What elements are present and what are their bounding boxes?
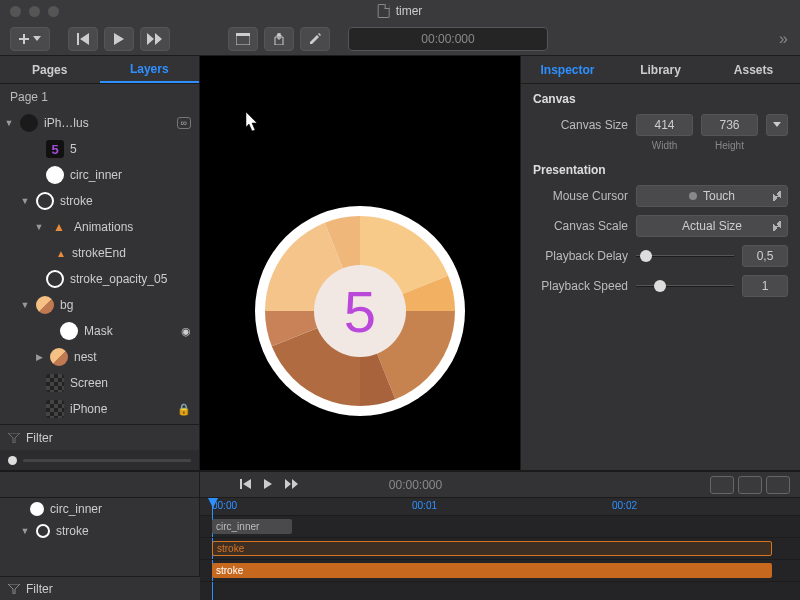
play-button[interactable] xyxy=(104,27,134,51)
page-header[interactable]: Page 1 xyxy=(0,84,199,110)
mask-icon: ◉ xyxy=(181,325,191,338)
timecode-display[interactable]: 00:00:000 xyxy=(348,27,548,51)
layer-row[interactable]: 55 xyxy=(0,136,199,162)
tab-pages[interactable]: Pages xyxy=(0,56,100,83)
playback-delay-field[interactable]: 0,5 xyxy=(742,245,788,267)
layer-row[interactable]: Screen xyxy=(0,370,199,396)
svg-rect-1 xyxy=(236,33,250,36)
skip-back-button[interactable] xyxy=(68,27,98,51)
layer-row[interactable]: iPhone🔒 xyxy=(0,396,199,422)
playback-speed-slider[interactable] xyxy=(636,275,734,297)
canvas-size-expand[interactable] xyxy=(766,114,788,136)
timeline-ruler[interactable]: 00:00 00:01 00:02 xyxy=(200,498,800,516)
tl-skip-back-button[interactable] xyxy=(240,478,252,492)
width-field[interactable]: 414 xyxy=(636,114,693,136)
tab-layers[interactable]: Layers xyxy=(100,56,200,83)
overflow-button[interactable]: » xyxy=(779,30,790,48)
zoom-slider[interactable] xyxy=(0,450,199,470)
playback-speed-field[interactable]: 1 xyxy=(742,275,788,297)
height-field[interactable]: 736 xyxy=(701,114,758,136)
window-controls[interactable] xyxy=(10,6,59,17)
view-mode-2[interactable] xyxy=(738,476,762,494)
edit-button[interactable] xyxy=(300,27,330,51)
view-mode-3[interactable] xyxy=(766,476,790,494)
mouse-cursor-select[interactable]: Touch xyxy=(636,185,788,207)
canvas-size-label: Canvas Size xyxy=(533,118,628,132)
layer-filter[interactable]: Filter xyxy=(0,424,199,450)
preview-window-button[interactable] xyxy=(228,27,258,51)
add-button[interactable] xyxy=(10,27,50,51)
canvas[interactable]: 5 xyxy=(200,56,520,470)
layer-list: ▼iPh…lus∞ 55 circ_inner ▼stroke ▼▲Animat… xyxy=(0,110,199,424)
clip[interactable]: stroke xyxy=(212,541,772,556)
layer-row[interactable]: stroke_opacity_05 xyxy=(0,266,199,292)
timeline-tracks[interactable]: 00:00 00:01 00:02 circ_inner stroke stro… xyxy=(200,498,800,600)
tl-timecode[interactable]: 00:00:000 xyxy=(311,478,520,492)
canvas-artwork: 5 xyxy=(255,206,465,416)
tl-filter[interactable]: Filter xyxy=(0,576,200,600)
tab-library[interactable]: Library xyxy=(614,56,707,83)
layer-row[interactable]: ▶nest xyxy=(0,344,199,370)
clip[interactable]: stroke xyxy=(212,563,772,578)
fast-forward-button[interactable] xyxy=(140,27,170,51)
layer-row[interactable]: ▼▲Animations xyxy=(0,214,199,240)
left-panel: Pages Layers Page 1 ▼iPh…lus∞ 55 circ_in… xyxy=(0,56,200,470)
layer-row[interactable]: ▲strokeEnd xyxy=(0,240,199,266)
share-button[interactable] xyxy=(264,27,294,51)
toolbar: 00:00:000 » xyxy=(0,22,800,56)
close-icon[interactable] xyxy=(10,6,21,17)
canvas-scale-select[interactable]: Actual Size xyxy=(636,215,788,237)
filter-placeholder: Filter xyxy=(26,431,53,445)
view-mode-1[interactable] xyxy=(710,476,734,494)
tl-layer-row[interactable]: circ_inner xyxy=(0,498,199,520)
tab-assets[interactable]: Assets xyxy=(707,56,800,83)
section-presentation: Presentation xyxy=(521,155,800,181)
tl-play-button[interactable] xyxy=(264,478,273,492)
filter-icon xyxy=(8,433,20,443)
document-title: timer xyxy=(396,4,423,18)
tab-inspector[interactable]: Inspector xyxy=(521,56,614,83)
layer-row[interactable]: circ_inner xyxy=(0,162,199,188)
layer-row[interactable]: ▼stroke xyxy=(0,188,199,214)
layer-row[interactable]: ▼bg xyxy=(0,292,199,318)
timer-number: 5 xyxy=(344,278,376,345)
section-canvas: Canvas xyxy=(521,84,800,110)
titlebar: timer xyxy=(0,0,800,22)
clip[interactable]: circ_inner xyxy=(212,519,292,534)
playback-delay-slider[interactable] xyxy=(636,245,734,267)
tl-layer-row[interactable]: ▼stroke xyxy=(0,520,199,542)
layer-row[interactable]: ▼iPh…lus∞ xyxy=(0,110,199,136)
zoom-icon[interactable] xyxy=(48,6,59,17)
tl-fast-forward-button[interactable] xyxy=(285,478,299,492)
inspector-panel: Inspector Library Assets Canvas Canvas S… xyxy=(520,56,800,470)
layer-row[interactable]: Mask◉ xyxy=(0,318,199,344)
timeline: 00:00:000 circ_inner ▼stroke Filter 00:0… xyxy=(0,470,800,600)
minimize-icon[interactable] xyxy=(29,6,40,17)
filter-icon xyxy=(8,584,20,594)
loop-badge: ∞ xyxy=(177,117,191,129)
cursor-icon xyxy=(246,112,260,132)
lock-icon: 🔒 xyxy=(177,403,191,416)
document-icon xyxy=(378,4,390,18)
